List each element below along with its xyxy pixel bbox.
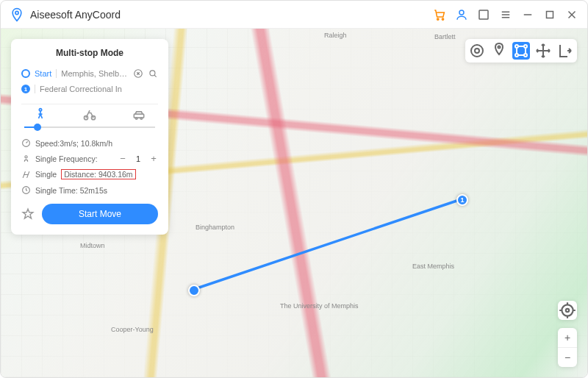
map-label: Midtown bbox=[80, 242, 105, 249]
menu-icon[interactable] bbox=[499, 8, 512, 21]
distance-row: Single Distance: 9403.16m bbox=[21, 166, 158, 182]
multistop-icon[interactable] bbox=[512, 42, 530, 60]
start-label: Start bbox=[35, 69, 51, 78]
app-logo-icon bbox=[10, 7, 24, 22]
route-point-1[interactable]: 1 bbox=[456, 194, 468, 206]
stop-number-icon: 1 bbox=[21, 85, 30, 93]
freq-increment-button[interactable]: + bbox=[149, 154, 158, 163]
start-location-input[interactable]: Memphis, Shelby Cour bbox=[61, 69, 129, 78]
clock-icon bbox=[21, 185, 31, 195]
export-icon[interactable] bbox=[556, 42, 574, 60]
route-point-number: 1 bbox=[460, 196, 464, 204]
travel-mode-row bbox=[21, 104, 158, 122]
svg-rect-9 bbox=[547, 11, 553, 18]
bike-mode-icon[interactable] bbox=[75, 107, 104, 122]
divider bbox=[56, 69, 57, 78]
map-label: East Memphis bbox=[412, 263, 454, 270]
speedometer-icon bbox=[21, 138, 31, 148]
maximize-icon[interactable] bbox=[543, 8, 556, 21]
svg-rect-4 bbox=[479, 10, 488, 19]
freq-decrement-button[interactable]: − bbox=[118, 154, 127, 163]
map-tools bbox=[465, 39, 577, 63]
control-panel: Multi-stop Mode Start Memphis, Shelby Co… bbox=[11, 39, 168, 235]
svg-point-3 bbox=[459, 10, 464, 15]
app-title: Aiseesoft AnyCoord bbox=[30, 9, 121, 21]
svg-point-30 bbox=[515, 45, 518, 48]
svg-point-25 bbox=[25, 156, 27, 158]
stop-number: 1 bbox=[24, 86, 27, 93]
main-area: Raleigh Bartlett Midtown East Memphis Co… bbox=[1, 29, 587, 377]
zoom-in-button[interactable]: + bbox=[558, 328, 577, 347]
frequency-stepper: − 1 + bbox=[118, 154, 158, 163]
start-dot-icon bbox=[21, 69, 30, 78]
stop-row-1: 1 Federal Correctional In bbox=[21, 82, 158, 96]
svg-point-33 bbox=[524, 54, 527, 57]
pin-icon[interactable] bbox=[490, 42, 508, 60]
slider-thumb[interactable] bbox=[34, 124, 41, 131]
svg-point-35 bbox=[566, 309, 569, 312]
user-icon[interactable] bbox=[455, 8, 468, 21]
map-label: Binghampton bbox=[196, 224, 234, 231]
svg-point-2 bbox=[442, 18, 443, 19]
distance-icon bbox=[21, 170, 31, 179]
speed-slider[interactable] bbox=[24, 124, 155, 131]
walk-mode-icon[interactable] bbox=[26, 107, 55, 122]
freq-value: 1 bbox=[135, 154, 142, 163]
start-move-button[interactable]: Start Move bbox=[42, 204, 158, 224]
search-icon[interactable] bbox=[148, 68, 158, 79]
frequency-label: Single Frequency: bbox=[35, 154, 98, 163]
route-point-start[interactable] bbox=[188, 285, 200, 296]
zoom-control: + − bbox=[558, 328, 577, 367]
svg-point-1 bbox=[437, 18, 439, 19]
zoom-out-button[interactable]: − bbox=[558, 348, 577, 367]
map-label: Bartlett bbox=[434, 33, 456, 40]
svg-point-28 bbox=[471, 45, 483, 57]
svg-point-29 bbox=[498, 46, 501, 49]
svg-point-34 bbox=[562, 304, 573, 315]
speed-row: Speed:3m/s; 10.8km/h bbox=[21, 135, 158, 151]
panel-title: Multi-stop Mode bbox=[21, 48, 158, 58]
stop-1-location-input[interactable]: Federal Correctional In bbox=[40, 85, 158, 93]
speed-text: Speed:3m/s; 10.8km/h bbox=[35, 139, 112, 148]
fullscreen-icon[interactable] bbox=[477, 8, 490, 21]
map-label: Raleigh bbox=[324, 32, 347, 39]
panel-footer: Start Move bbox=[21, 204, 158, 224]
titlebar: Aiseesoft AnyCoord bbox=[1, 1, 587, 29]
titlebar-right bbox=[433, 8, 578, 21]
move-icon[interactable] bbox=[534, 42, 552, 60]
close-icon[interactable] bbox=[565, 8, 578, 21]
frequency-icon bbox=[21, 154, 31, 163]
car-mode-icon[interactable] bbox=[124, 107, 154, 122]
svg-point-31 bbox=[524, 45, 527, 48]
svg-point-27 bbox=[475, 49, 479, 53]
time-row: Single Time: 52m15s bbox=[21, 182, 158, 198]
recenter-icon[interactable] bbox=[558, 301, 577, 320]
time-text: Single Time: 52m15s bbox=[35, 186, 107, 195]
svg-point-16 bbox=[150, 71, 155, 76]
clear-icon[interactable] bbox=[133, 68, 143, 79]
svg-point-32 bbox=[515, 54, 518, 57]
cart-icon[interactable] bbox=[433, 8, 446, 21]
locate-icon[interactable] bbox=[468, 42, 486, 60]
map-label: The University of Memphis bbox=[280, 302, 359, 310]
frequency-row: Single Frequency: − 1 + bbox=[21, 151, 158, 166]
svg-line-17 bbox=[154, 75, 157, 77]
minimize-icon[interactable] bbox=[521, 8, 534, 21]
divider bbox=[35, 85, 35, 93]
map-label: Cooper-Young bbox=[111, 326, 154, 333]
distance-highlight: Distance: 9403.16m bbox=[61, 169, 135, 179]
titlebar-left: Aiseesoft AnyCoord bbox=[10, 7, 121, 22]
svg-point-0 bbox=[15, 11, 18, 14]
distance-prefix: Single bbox=[35, 170, 57, 179]
stop-row-start: Start Memphis, Shelby Cour bbox=[21, 65, 158, 82]
svg-point-18 bbox=[39, 109, 41, 111]
favorite-icon[interactable] bbox=[21, 207, 35, 221]
distance-text: Distance: 9403.16m bbox=[64, 170, 132, 179]
